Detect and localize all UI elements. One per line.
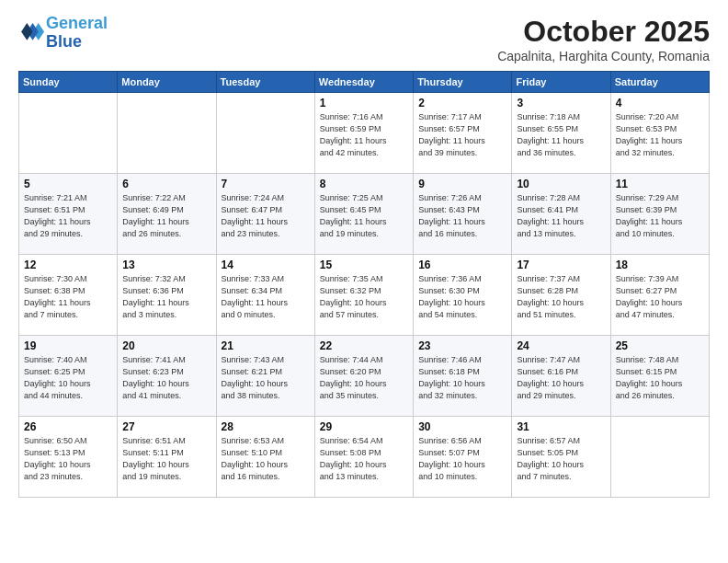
- day-info: Sunrise: 7:41 AM Sunset: 6:23 PM Dayligh…: [122, 354, 211, 402]
- day-info: Sunrise: 6:56 AM Sunset: 5:07 PM Dayligh…: [418, 435, 507, 483]
- col-header-thursday: Thursday: [414, 72, 512, 93]
- day-number: 16: [418, 259, 507, 271]
- day-info: Sunrise: 7:32 AM Sunset: 6:36 PM Dayligh…: [122, 273, 211, 321]
- day-cell: 21Sunrise: 7:43 AM Sunset: 6:21 PM Dayli…: [216, 336, 314, 417]
- day-info: Sunrise: 7:46 AM Sunset: 6:18 PM Dayligh…: [418, 354, 507, 402]
- day-info: Sunrise: 7:33 AM Sunset: 6:34 PM Dayligh…: [222, 273, 311, 321]
- day-cell: 3Sunrise: 7:18 AM Sunset: 6:55 PM Daylig…: [512, 93, 610, 174]
- col-header-saturday: Saturday: [610, 72, 709, 93]
- title-block: October 2025 Capalnita, Harghita County,…: [497, 15, 710, 63]
- day-cell: [216, 93, 314, 174]
- day-number: 10: [517, 178, 606, 190]
- day-number: 24: [517, 339, 606, 352]
- day-info: Sunrise: 6:50 AM Sunset: 5:13 PM Dayligh…: [24, 435, 113, 483]
- day-info: Sunrise: 6:54 AM Sunset: 5:08 PM Dayligh…: [320, 435, 409, 483]
- day-number: 25: [616, 339, 705, 352]
- col-header-wednesday: Wednesday: [314, 72, 413, 93]
- day-info: Sunrise: 7:37 AM Sunset: 6:28 PM Dayligh…: [517, 273, 606, 321]
- day-cell: 26Sunrise: 6:50 AM Sunset: 5:13 PM Dayli…: [19, 417, 118, 498]
- svg-marker-2: [21, 23, 32, 40]
- day-cell: 15Sunrise: 7:35 AM Sunset: 6:32 PM Dayli…: [314, 255, 413, 336]
- day-cell: 31Sunrise: 6:57 AM Sunset: 5:05 PM Dayli…: [512, 417, 610, 498]
- header-row: SundayMondayTuesdayWednesdayThursdayFrid…: [19, 72, 710, 93]
- day-info: Sunrise: 7:36 AM Sunset: 6:30 PM Dayligh…: [418, 273, 507, 321]
- day-cell: 2Sunrise: 7:17 AM Sunset: 6:57 PM Daylig…: [414, 93, 512, 174]
- day-number: 20: [122, 339, 211, 352]
- day-number: 28: [222, 420, 311, 433]
- day-number: 26: [24, 420, 113, 433]
- day-cell: 12Sunrise: 7:30 AM Sunset: 6:38 PM Dayli…: [19, 255, 118, 336]
- day-cell: 8Sunrise: 7:25 AM Sunset: 6:45 PM Daylig…: [314, 174, 413, 255]
- day-cell: 10Sunrise: 7:28 AM Sunset: 6:41 PM Dayli…: [512, 174, 610, 255]
- day-info: Sunrise: 7:39 AM Sunset: 6:27 PM Dayligh…: [616, 273, 705, 321]
- day-number: 1: [320, 97, 409, 109]
- day-cell: 16Sunrise: 7:36 AM Sunset: 6:30 PM Dayli…: [414, 255, 512, 336]
- day-cell: 4Sunrise: 7:20 AM Sunset: 6:53 PM Daylig…: [610, 93, 709, 174]
- logo-name: GeneralBlue: [46, 15, 108, 52]
- day-info: Sunrise: 7:40 AM Sunset: 6:25 PM Dayligh…: [24, 354, 113, 402]
- day-cell: 11Sunrise: 7:29 AM Sunset: 6:39 PM Dayli…: [610, 174, 709, 255]
- day-cell: 6Sunrise: 7:22 AM Sunset: 6:49 PM Daylig…: [118, 174, 216, 255]
- day-cell: 9Sunrise: 7:26 AM Sunset: 6:43 PM Daylig…: [414, 174, 512, 255]
- day-cell: 24Sunrise: 7:47 AM Sunset: 6:16 PM Dayli…: [512, 336, 610, 417]
- day-info: Sunrise: 7:35 AM Sunset: 6:32 PM Dayligh…: [320, 273, 409, 321]
- day-number: 4: [616, 97, 705, 109]
- day-info: Sunrise: 6:53 AM Sunset: 5:10 PM Dayligh…: [222, 435, 311, 483]
- day-number: 12: [24, 259, 113, 271]
- day-number: 14: [222, 259, 311, 271]
- day-info: Sunrise: 7:17 AM Sunset: 6:57 PM Dayligh…: [418, 111, 507, 159]
- day-cell: 27Sunrise: 6:51 AM Sunset: 5:11 PM Dayli…: [118, 417, 216, 498]
- day-number: 6: [122, 178, 211, 190]
- location: Capalnita, Harghita County, Romania: [497, 49, 710, 63]
- col-header-tuesday: Tuesday: [216, 72, 314, 93]
- week-row-3: 12Sunrise: 7:30 AM Sunset: 6:38 PM Dayli…: [19, 255, 710, 336]
- day-number: 31: [517, 420, 606, 433]
- day-number: 9: [418, 178, 507, 190]
- day-cell: 18Sunrise: 7:39 AM Sunset: 6:27 PM Dayli…: [610, 255, 709, 336]
- day-cell: [19, 93, 118, 174]
- day-number: 23: [418, 339, 507, 352]
- day-number: 2: [418, 97, 507, 109]
- week-row-4: 19Sunrise: 7:40 AM Sunset: 6:25 PM Dayli…: [19, 336, 710, 417]
- day-info: Sunrise: 7:25 AM Sunset: 6:45 PM Dayligh…: [320, 192, 409, 240]
- day-cell: 28Sunrise: 6:53 AM Sunset: 5:10 PM Dayli…: [216, 417, 314, 498]
- day-cell: 5Sunrise: 7:21 AM Sunset: 6:51 PM Daylig…: [19, 174, 118, 255]
- day-info: Sunrise: 7:24 AM Sunset: 6:47 PM Dayligh…: [222, 192, 311, 240]
- day-number: 19: [24, 339, 113, 352]
- day-info: Sunrise: 7:48 AM Sunset: 6:15 PM Dayligh…: [616, 354, 705, 402]
- day-cell: 30Sunrise: 6:56 AM Sunset: 5:07 PM Dayli…: [414, 417, 512, 498]
- day-cell: 29Sunrise: 6:54 AM Sunset: 5:08 PM Dayli…: [314, 417, 413, 498]
- day-cell: 14Sunrise: 7:33 AM Sunset: 6:34 PM Dayli…: [216, 255, 314, 336]
- day-number: 11: [616, 178, 705, 190]
- week-row-2: 5Sunrise: 7:21 AM Sunset: 6:51 PM Daylig…: [19, 174, 710, 255]
- day-number: 3: [517, 97, 606, 109]
- day-info: Sunrise: 7:44 AM Sunset: 6:20 PM Dayligh…: [320, 354, 409, 402]
- day-info: Sunrise: 7:29 AM Sunset: 6:39 PM Dayligh…: [616, 192, 705, 240]
- day-info: Sunrise: 6:57 AM Sunset: 5:05 PM Dayligh…: [517, 435, 606, 483]
- day-cell: [118, 93, 216, 174]
- day-cell: 23Sunrise: 7:46 AM Sunset: 6:18 PM Dayli…: [414, 336, 512, 417]
- day-number: 21: [222, 339, 311, 352]
- day-info: Sunrise: 7:28 AM Sunset: 6:41 PM Dayligh…: [517, 192, 606, 240]
- day-number: 13: [122, 259, 211, 271]
- col-header-friday: Friday: [512, 72, 610, 93]
- day-number: 17: [517, 259, 606, 271]
- day-number: 5: [24, 178, 113, 190]
- day-number: 15: [320, 259, 409, 271]
- day-info: Sunrise: 7:22 AM Sunset: 6:49 PM Dayligh…: [122, 192, 211, 240]
- logo-icon: [18, 20, 44, 46]
- col-header-sunday: Sunday: [19, 72, 118, 93]
- day-info: Sunrise: 7:20 AM Sunset: 6:53 PM Dayligh…: [616, 111, 705, 159]
- day-number: 30: [418, 420, 507, 433]
- day-info: Sunrise: 7:43 AM Sunset: 6:21 PM Dayligh…: [222, 354, 311, 402]
- day-cell: 17Sunrise: 7:37 AM Sunset: 6:28 PM Dayli…: [512, 255, 610, 336]
- day-cell: 19Sunrise: 7:40 AM Sunset: 6:25 PM Dayli…: [19, 336, 118, 417]
- day-info: Sunrise: 7:30 AM Sunset: 6:38 PM Dayligh…: [24, 273, 113, 321]
- header: GeneralBlue October 2025 Capalnita, Harg…: [18, 15, 710, 63]
- day-number: 27: [122, 420, 211, 433]
- day-cell: 25Sunrise: 7:48 AM Sunset: 6:15 PM Dayli…: [610, 336, 709, 417]
- day-info: Sunrise: 6:51 AM Sunset: 5:11 PM Dayligh…: [122, 435, 211, 483]
- day-info: Sunrise: 7:26 AM Sunset: 6:43 PM Dayligh…: [418, 192, 507, 240]
- week-row-1: 1Sunrise: 7:16 AM Sunset: 6:59 PM Daylig…: [19, 93, 710, 174]
- day-cell: [610, 417, 709, 498]
